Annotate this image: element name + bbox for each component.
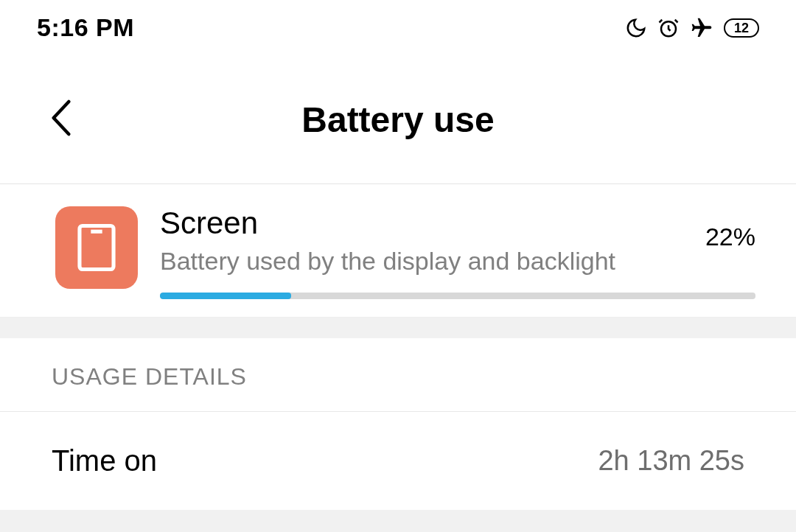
section-header-label: USAGE DETAILS: [52, 363, 744, 391]
app-name: Screen: [160, 208, 691, 239]
usage-progress-bar: [160, 293, 755, 299]
status-bar: 5:16 PM 12: [0, 0, 796, 55]
status-time: 5:16 PM: [37, 13, 134, 42]
back-button[interactable]: [50, 99, 72, 139]
screen-app-icon: [55, 206, 138, 289]
alarm-icon: [657, 17, 680, 39]
detail-value: 2h 13m 25s: [598, 445, 744, 477]
battery-app-row[interactable]: Screen Battery used by the display and b…: [0, 184, 796, 318]
usage-progress-fill: [160, 293, 291, 299]
bottom-gap: [0, 510, 796, 532]
app-percent: 22%: [691, 208, 755, 251]
page-title: Battery use: [0, 99, 796, 140]
section-header: USAGE DETAILS: [0, 338, 796, 412]
app-header: Battery use: [0, 55, 796, 184]
detail-label: Time on: [52, 444, 157, 477]
app-description: Battery used by the display and backligh…: [160, 246, 691, 276]
status-icons: 12: [625, 16, 759, 40]
airplane-icon: [690, 16, 713, 40]
dnd-moon-icon: [625, 17, 647, 39]
section-gap: [0, 318, 796, 338]
detail-row-time-on[interactable]: Time on 2h 13m 25s: [0, 412, 796, 510]
battery-indicator: 12: [724, 18, 759, 38]
